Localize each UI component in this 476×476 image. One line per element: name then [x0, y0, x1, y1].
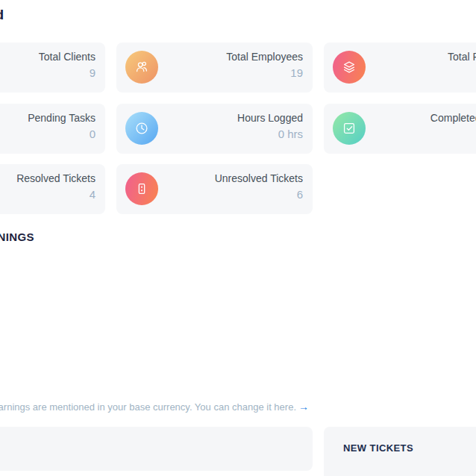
clock-icon: [125, 112, 158, 145]
stat-card-completed-tasks: Completed Tasks: [324, 104, 476, 154]
stat-value: 9: [39, 66, 95, 79]
earnings-currency-note: Earnings are mentioned in your base curr…: [0, 401, 309, 413]
stat-value: 19: [226, 66, 303, 79]
earnings-note-text: Earnings are mentioned in your base curr…: [0, 401, 296, 413]
stat-card-unresolved-tickets: Unresolved Tickets 6: [116, 164, 313, 214]
stat-value: 4: [16, 188, 95, 201]
stat-label: Total Employees: [226, 51, 303, 63]
stat-card-pending-tasks: Pending Tasks 0: [0, 104, 105, 154]
new-tickets-card: NEW TICKETS: [324, 427, 476, 476]
change-currency-arrow-link[interactable]: →: [298, 401, 309, 413]
stat-card-total-projects: Total Projects: [324, 43, 476, 93]
page-title: Dashboard: [0, 7, 4, 23]
bottom-left-card: [0, 427, 313, 471]
stat-label: Completed Tasks: [430, 112, 476, 124]
stat-card-resolved-tickets: Resolved Tickets 4: [0, 164, 105, 214]
ticket-icon: [125, 172, 158, 205]
layers-icon: [333, 51, 366, 84]
stat-card-hours-logged: Hours Logged 0 hrs: [116, 104, 313, 154]
stat-label: Resolved Tickets: [16, 172, 95, 184]
stat-label: Unresolved Tickets: [215, 172, 303, 184]
stat-card-total-clients: Total Clients 9: [0, 43, 105, 93]
stat-value: 6: [215, 188, 303, 201]
stat-label: Hours Logged: [237, 112, 303, 124]
stat-value: 0: [28, 128, 95, 140]
stat-value: 0 hrs: [237, 128, 303, 140]
earnings-section-heading: EARNINGS: [0, 231, 34, 243]
stat-label: Total Projects: [448, 51, 476, 63]
stat-label: Total Clients: [39, 51, 95, 63]
stat-label: Pending Tasks: [28, 112, 95, 124]
new-tickets-heading: NEW TICKETS: [343, 442, 476, 454]
stat-card-total-employees: Total Employees 19: [116, 43, 313, 93]
check-square-icon: [333, 112, 366, 145]
users-icon: [125, 51, 158, 84]
